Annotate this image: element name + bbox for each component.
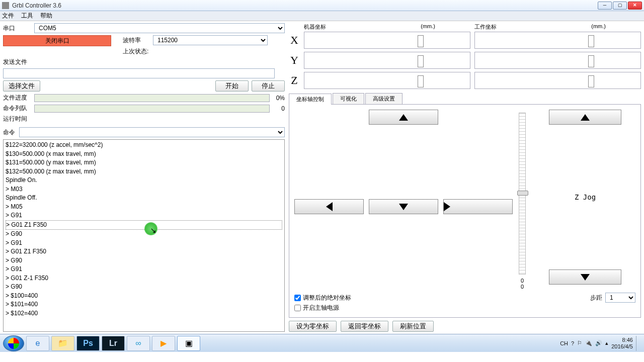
window-title: Grbl Controller 3.6	[12, 2, 598, 9]
jog-z-plus-button[interactable]	[549, 110, 621, 125]
tray-help-icon[interactable]: ?	[571, 340, 574, 346]
tray-sound-icon[interactable]: 🔊	[595, 340, 602, 346]
axis-label-z: Z	[289, 74, 300, 87]
tab-advanced[interactable]: 高级设置	[365, 93, 403, 104]
console-line: > G90	[6, 230, 282, 239]
jog-z-minus-button[interactable]	[549, 269, 621, 285]
step-label: 步距	[590, 294, 602, 302]
queue-value: 0	[273, 105, 285, 112]
queue-label: 命令列队	[3, 104, 31, 113]
command-select[interactable]	[19, 127, 285, 137]
machine-y-value	[304, 52, 470, 69]
tray-network-icon[interactable]: 🔌	[585, 340, 592, 346]
console-line: > G01 Z1 F350	[6, 220, 282, 230]
work-coord-label: 工作坐标	[474, 24, 497, 30]
refresh-position-button[interactable]: 刷新位置	[392, 321, 434, 332]
console-line: Spindle Off.	[6, 194, 282, 203]
console-line: $131=500.000 (y max travel, mm)	[6, 158, 282, 167]
maximize-button[interactable]: ▢	[613, 2, 627, 10]
console-line: > G01 Z-1 F350	[6, 274, 282, 283]
console-line: > G91	[6, 265, 282, 274]
menu-help[interactable]: 帮助	[40, 12, 52, 20]
menu-file[interactable]: 文件	[2, 12, 14, 20]
taskbar-ie-icon[interactable]: e	[26, 336, 49, 351]
start-button[interactable]	[3, 335, 24, 351]
console-line: > G91	[6, 239, 282, 248]
start-button[interactable]: 开始	[215, 80, 249, 92]
console-line: Spindle On.	[6, 176, 282, 185]
console-line: $130=500.000 (x max travel, mm)	[6, 150, 282, 159]
console-line: > G91	[6, 211, 282, 220]
choose-file-button[interactable]: 选择文件	[3, 80, 40, 92]
jog-x-minus-button[interactable]	[294, 199, 364, 214]
tab-visualize[interactable]: 可视化	[333, 93, 364, 104]
console-line: > G01 Z1 F350	[6, 247, 282, 256]
console-line: $132=500.000 (z max travel, mm)	[6, 167, 282, 176]
taskbar-photoshop-icon[interactable]: Ps	[76, 336, 100, 351]
file-path-input[interactable]	[3, 68, 275, 78]
console-line: > $102=400	[6, 309, 282, 318]
console-line: $122=3200.000 (z accel, mm/sec^2)	[6, 141, 282, 150]
file-progress-label: 文件进度	[3, 94, 31, 102]
tray-flag-icon[interactable]: ⚐	[577, 340, 582, 346]
taskbar-explorer-icon[interactable]: 📁	[51, 336, 74, 351]
machine-coord-label: 机器坐标	[304, 24, 326, 30]
step-size-select[interactable]: 1	[605, 293, 635, 303]
console-line: > G90	[6, 283, 282, 292]
close-button[interactable]: ✕	[628, 2, 642, 10]
port-select[interactable]: COM5	[34, 23, 285, 33]
console-line: > G90	[6, 256, 282, 265]
axis-label-x: X	[289, 34, 300, 47]
windows-logo-icon	[8, 338, 19, 349]
speed-slider[interactable]	[519, 113, 526, 275]
minimize-button[interactable]: ─	[598, 2, 612, 10]
work-y-value	[474, 52, 641, 69]
taskbar-grbl-icon[interactable]: ▣	[177, 336, 200, 351]
taskbar-app-icon[interactable]: ∞	[127, 336, 150, 351]
queue-bar	[34, 105, 270, 113]
console-line: > $100=400	[6, 292, 282, 301]
clock[interactable]: 8:462016/4/5	[611, 337, 633, 350]
xy-jog-pad	[294, 110, 510, 290]
tray-chevron-icon[interactable]: ▴	[605, 340, 608, 346]
menu-tools[interactable]: 工具	[21, 12, 33, 20]
jog-y-minus-button[interactable]	[369, 199, 438, 214]
send-file-label: 发送文件	[3, 58, 27, 66]
taskbar-media-icon[interactable]: ▶	[152, 336, 175, 351]
stop-button[interactable]: 停止	[252, 80, 285, 92]
spindle-power-checkbox[interactable]: 开启主轴电源	[294, 304, 339, 312]
console-line: > $101=400	[6, 300, 282, 309]
console-output[interactable]: $122=3200.000 (z accel, mm/sec^2)$130=50…	[3, 139, 285, 332]
console-line: > M03	[6, 185, 282, 194]
command-label: 命令	[3, 128, 17, 137]
jog-y-plus-button[interactable]	[369, 110, 438, 125]
file-progress-pct: 0%	[273, 95, 285, 102]
work-x-value	[474, 32, 641, 49]
absolute-coord-checkbox[interactable]: 调整后的绝对坐标	[294, 294, 351, 302]
tab-axis-control[interactable]: 坐标轴控制	[289, 94, 332, 105]
axis-label-y: Y	[289, 54, 300, 67]
machine-z-value	[304, 72, 470, 89]
goto-zero-button[interactable]: 返回零坐标	[341, 321, 388, 332]
port-label: 串口	[3, 24, 31, 33]
baud-label: 波特率	[123, 36, 150, 45]
console-line: > M05	[6, 203, 282, 212]
set-zero-button[interactable]: 设为零坐标	[289, 321, 337, 332]
ime-indicator[interactable]: CH	[560, 340, 568, 346]
runtime-label: 运行时间	[3, 115, 31, 123]
baud-select[interactable]: 115200	[153, 35, 268, 45]
app-icon	[2, 2, 9, 9]
file-progress-bar	[34, 94, 270, 102]
taskbar-lightroom-icon[interactable]: Lr	[102, 336, 125, 351]
work-z-value	[474, 72, 641, 89]
machine-x-value	[304, 32, 470, 49]
last-state-label: 上次状态:	[123, 47, 148, 56]
show-desktop-button[interactable]	[636, 336, 641, 351]
z-jog-label: Z Jog	[575, 193, 596, 201]
jog-x-plus-button[interactable]	[443, 199, 513, 214]
